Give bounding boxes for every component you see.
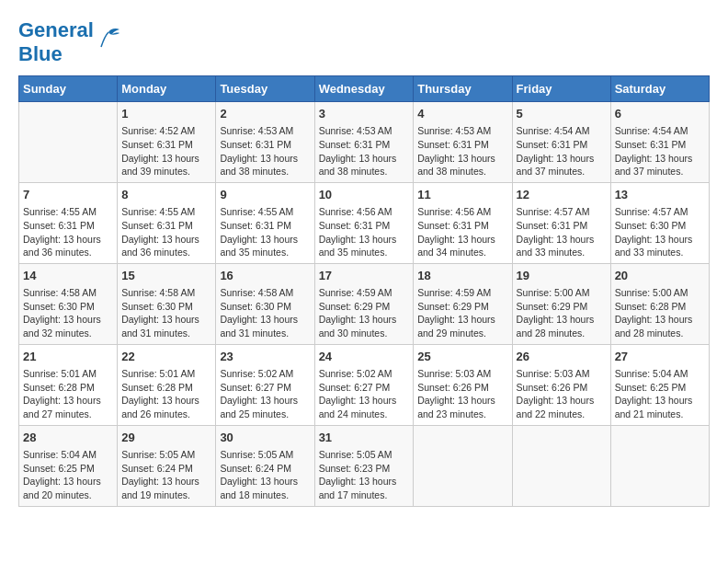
day-number: 19 xyxy=(517,268,607,284)
weekday-header-tuesday: Tuesday xyxy=(216,76,314,102)
day-number: 10 xyxy=(319,187,410,203)
calendar-cell xyxy=(610,425,709,506)
day-number: 13 xyxy=(615,187,705,203)
calendar-week-row: 14Sunrise: 4:58 AM Sunset: 6:30 PM Dayli… xyxy=(19,263,710,344)
weekday-header-monday: Monday xyxy=(118,76,216,102)
calendar-cell: 8Sunrise: 4:55 AM Sunset: 6:31 PM Daylig… xyxy=(118,182,216,263)
day-info: Sunrise: 5:05 AM Sunset: 6:23 PM Dayligh… xyxy=(319,448,410,502)
day-number: 23 xyxy=(220,349,310,365)
day-info: Sunrise: 5:05 AM Sunset: 6:24 PM Dayligh… xyxy=(121,448,211,502)
page-header: General Blue xyxy=(18,18,710,66)
calendar-cell: 6Sunrise: 4:54 AM Sunset: 6:31 PM Daylig… xyxy=(610,102,709,183)
calendar-cell xyxy=(414,425,512,506)
day-number: 6 xyxy=(615,106,705,122)
day-info: Sunrise: 4:57 AM Sunset: 6:30 PM Dayligh… xyxy=(615,205,705,259)
calendar-cell: 23Sunrise: 5:02 AM Sunset: 6:27 PM Dayli… xyxy=(216,344,314,425)
day-info: Sunrise: 4:55 AM Sunset: 6:31 PM Dayligh… xyxy=(220,205,310,259)
day-number: 25 xyxy=(417,349,507,365)
day-info: Sunrise: 4:59 AM Sunset: 6:29 PM Dayligh… xyxy=(417,286,507,340)
weekday-header-wednesday: Wednesday xyxy=(314,76,414,102)
calendar-cell: 22Sunrise: 5:01 AM Sunset: 6:28 PM Dayli… xyxy=(118,344,216,425)
calendar-table: SundayMondayTuesdayWednesdayThursdayFrid… xyxy=(18,75,710,507)
calendar-cell: 14Sunrise: 4:58 AM Sunset: 6:30 PM Dayli… xyxy=(19,263,118,344)
day-number: 9 xyxy=(220,187,310,203)
day-number: 29 xyxy=(121,430,211,446)
calendar-cell: 17Sunrise: 4:59 AM Sunset: 6:29 PM Dayli… xyxy=(314,263,414,344)
calendar-cell: 2Sunrise: 4:53 AM Sunset: 6:31 PM Daylig… xyxy=(216,102,314,183)
day-number: 11 xyxy=(417,187,507,203)
day-number: 31 xyxy=(319,430,410,446)
day-info: Sunrise: 5:05 AM Sunset: 6:24 PM Dayligh… xyxy=(220,448,310,502)
day-number: 1 xyxy=(121,106,211,122)
logo-bird-icon xyxy=(96,25,121,51)
day-info: Sunrise: 4:58 AM Sunset: 6:30 PM Dayligh… xyxy=(121,286,211,340)
day-number: 26 xyxy=(517,349,607,365)
day-info: Sunrise: 4:56 AM Sunset: 6:31 PM Dayligh… xyxy=(417,205,507,259)
day-info: Sunrise: 4:53 AM Sunset: 6:31 PM Dayligh… xyxy=(417,124,507,178)
calendar-cell: 16Sunrise: 4:58 AM Sunset: 6:30 PM Dayli… xyxy=(216,263,314,344)
day-info: Sunrise: 4:56 AM Sunset: 6:31 PM Dayligh… xyxy=(319,205,410,259)
calendar-cell: 13Sunrise: 4:57 AM Sunset: 6:30 PM Dayli… xyxy=(610,182,709,263)
day-number: 24 xyxy=(319,349,410,365)
calendar-cell: 24Sunrise: 5:02 AM Sunset: 6:27 PM Dayli… xyxy=(314,344,414,425)
calendar-week-row: 1Sunrise: 4:52 AM Sunset: 6:31 PM Daylig… xyxy=(19,102,710,183)
calendar-week-row: 21Sunrise: 5:01 AM Sunset: 6:28 PM Dayli… xyxy=(19,344,710,425)
calendar-cell: 5Sunrise: 4:54 AM Sunset: 6:31 PM Daylig… xyxy=(512,102,610,183)
calendar-cell: 18Sunrise: 4:59 AM Sunset: 6:29 PM Dayli… xyxy=(414,263,512,344)
calendar-cell: 31Sunrise: 5:05 AM Sunset: 6:23 PM Dayli… xyxy=(314,425,414,506)
calendar-week-row: 7Sunrise: 4:55 AM Sunset: 6:31 PM Daylig… xyxy=(19,182,710,263)
day-number: 28 xyxy=(23,430,113,446)
day-number: 30 xyxy=(220,430,310,446)
calendar-cell: 19Sunrise: 5:00 AM Sunset: 6:29 PM Dayli… xyxy=(512,263,610,344)
calendar-cell: 30Sunrise: 5:05 AM Sunset: 6:24 PM Dayli… xyxy=(216,425,314,506)
calendar-cell: 4Sunrise: 4:53 AM Sunset: 6:31 PM Daylig… xyxy=(414,102,512,183)
calendar-cell xyxy=(19,102,118,183)
day-number: 8 xyxy=(121,187,211,203)
logo: General Blue xyxy=(18,18,121,66)
day-number: 7 xyxy=(23,187,113,203)
calendar-cell: 3Sunrise: 4:53 AM Sunset: 6:31 PM Daylig… xyxy=(314,102,414,183)
weekday-header-row: SundayMondayTuesdayWednesdayThursdayFrid… xyxy=(19,76,710,102)
day-info: Sunrise: 4:52 AM Sunset: 6:31 PM Dayligh… xyxy=(121,124,211,178)
calendar-cell: 7Sunrise: 4:55 AM Sunset: 6:31 PM Daylig… xyxy=(19,182,118,263)
day-info: Sunrise: 5:00 AM Sunset: 6:28 PM Dayligh… xyxy=(615,286,705,340)
weekday-header-friday: Friday xyxy=(512,76,610,102)
day-number: 27 xyxy=(615,349,705,365)
calendar-cell: 15Sunrise: 4:58 AM Sunset: 6:30 PM Dayli… xyxy=(118,263,216,344)
calendar-cell: 1Sunrise: 4:52 AM Sunset: 6:31 PM Daylig… xyxy=(118,102,216,183)
calendar-cell: 29Sunrise: 5:05 AM Sunset: 6:24 PM Dayli… xyxy=(118,425,216,506)
day-number: 21 xyxy=(23,349,113,365)
calendar-cell: 11Sunrise: 4:56 AM Sunset: 6:31 PM Dayli… xyxy=(414,182,512,263)
day-info: Sunrise: 4:54 AM Sunset: 6:31 PM Dayligh… xyxy=(517,124,607,178)
calendar-cell: 25Sunrise: 5:03 AM Sunset: 6:26 PM Dayli… xyxy=(414,344,512,425)
day-info: Sunrise: 4:58 AM Sunset: 6:30 PM Dayligh… xyxy=(220,286,310,340)
day-info: Sunrise: 5:03 AM Sunset: 6:26 PM Dayligh… xyxy=(417,367,507,421)
day-info: Sunrise: 4:58 AM Sunset: 6:30 PM Dayligh… xyxy=(23,286,113,340)
day-info: Sunrise: 4:59 AM Sunset: 6:29 PM Dayligh… xyxy=(319,286,410,340)
calendar-cell: 26Sunrise: 5:03 AM Sunset: 6:26 PM Dayli… xyxy=(512,344,610,425)
weekday-header-sunday: Sunday xyxy=(19,76,118,102)
day-number: 18 xyxy=(417,268,507,284)
day-number: 22 xyxy=(121,349,211,365)
day-info: Sunrise: 5:03 AM Sunset: 6:26 PM Dayligh… xyxy=(517,367,607,421)
day-number: 5 xyxy=(517,106,607,122)
day-number: 20 xyxy=(615,268,705,284)
day-info: Sunrise: 4:55 AM Sunset: 6:31 PM Dayligh… xyxy=(121,205,211,259)
day-info: Sunrise: 5:02 AM Sunset: 6:27 PM Dayligh… xyxy=(319,367,410,421)
calendar-cell: 27Sunrise: 5:04 AM Sunset: 6:25 PM Dayli… xyxy=(610,344,709,425)
day-number: 15 xyxy=(121,268,211,284)
calendar-cell xyxy=(512,425,610,506)
day-info: Sunrise: 5:04 AM Sunset: 6:25 PM Dayligh… xyxy=(615,367,705,421)
day-info: Sunrise: 4:54 AM Sunset: 6:31 PM Dayligh… xyxy=(615,124,705,178)
day-number: 2 xyxy=(220,106,310,122)
day-info: Sunrise: 4:53 AM Sunset: 6:31 PM Dayligh… xyxy=(220,124,310,178)
day-number: 3 xyxy=(319,106,410,122)
calendar-cell: 21Sunrise: 5:01 AM Sunset: 6:28 PM Dayli… xyxy=(19,344,118,425)
weekday-header-thursday: Thursday xyxy=(414,76,512,102)
calendar-cell: 28Sunrise: 5:04 AM Sunset: 6:25 PM Dayli… xyxy=(19,425,118,506)
day-info: Sunrise: 5:04 AM Sunset: 6:25 PM Dayligh… xyxy=(23,448,113,502)
day-number: 4 xyxy=(417,106,507,122)
calendar-cell: 20Sunrise: 5:00 AM Sunset: 6:28 PM Dayli… xyxy=(610,263,709,344)
day-info: Sunrise: 5:02 AM Sunset: 6:27 PM Dayligh… xyxy=(220,367,310,421)
day-info: Sunrise: 5:01 AM Sunset: 6:28 PM Dayligh… xyxy=(121,367,211,421)
